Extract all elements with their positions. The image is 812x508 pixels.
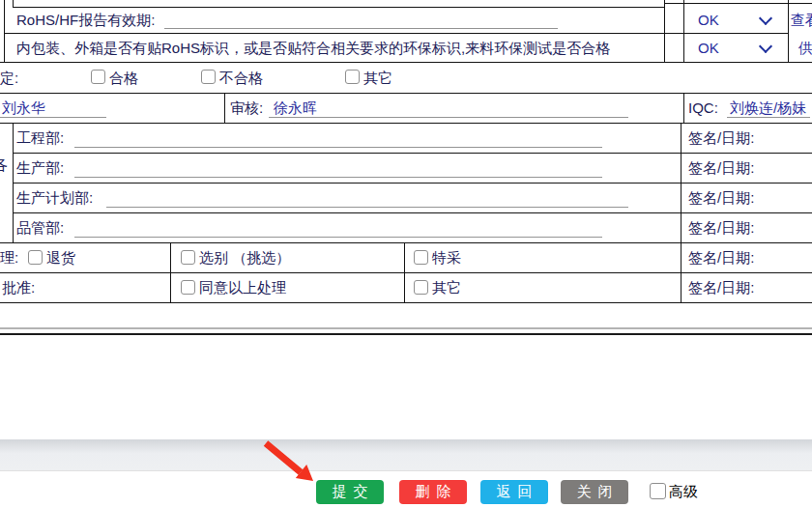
back-button[interactable]: 返回: [480, 480, 548, 504]
chevron-down-icon: [759, 12, 772, 25]
table-border: [0, 242, 812, 243]
checkbox-fail-label: 不合格: [219, 70, 263, 87]
checkbox-return[interactable]: [28, 250, 43, 265]
table-border: [664, 3, 812, 4]
left-clipped-char: 各: [0, 155, 8, 176]
table-border: [13, 183, 812, 183]
footer-toolbar-band: [0, 439, 812, 471]
checkbox-pass[interactable]: [91, 70, 105, 84]
dept-production-input[interactable]: [74, 177, 602, 178]
rohs-validity-input[interactable]: [164, 28, 558, 29]
sign-date-label: 签名/日期:: [688, 249, 754, 267]
checkbox-return-label: 退货: [46, 249, 75, 267]
dept-engineering-input[interactable]: [74, 147, 602, 148]
reviewer-input[interactable]: [269, 117, 628, 118]
iqc-names: 刘焕连/杨妹: [730, 99, 806, 117]
side-view-link[interactable]: 查看: [791, 12, 812, 29]
checkbox-sorting[interactable]: [181, 250, 195, 265]
packaging-status-dropdown[interactable]: OK: [683, 35, 788, 61]
table-border: [13, 0, 14, 7]
close-button[interactable]: 关闭: [561, 480, 628, 504]
advanced-checkbox-label: 高级: [669, 483, 698, 500]
sign-date-label: 签名/日期:: [688, 189, 754, 207]
packaging-question-label: 内包装、外箱是否有贴RoHS标识，或是否贴符合相关要求的环保标识,来料环保测试是…: [16, 40, 610, 57]
red-arrow-annotation: [258, 436, 320, 488]
close-button-label: 关闭: [577, 483, 620, 501]
judgement-label: 定:: [0, 70, 18, 87]
table-border: [0, 62, 812, 63]
dept-production-label: 生产部:: [16, 159, 64, 177]
dept-quality-label: 品管部:: [16, 219, 64, 237]
table-border: [4, 33, 788, 34]
dept-planning-input[interactable]: [106, 207, 628, 208]
checkbox-other-approval[interactable]: [414, 280, 428, 295]
checkbox-other-judgement-label: 其它: [363, 70, 392, 87]
packaging-status-value: OK: [698, 40, 719, 57]
table-border: [664, 0, 665, 62]
sign-date-label: 签名/日期:: [688, 159, 754, 177]
sign-date-label: 签名/日期:: [688, 219, 754, 237]
dept-quality-input[interactable]: [74, 237, 602, 238]
dept-planning-label: 生产计划部:: [16, 189, 93, 207]
advanced-checkbox[interactable]: [650, 483, 666, 499]
checkbox-other-approval-label: 其它: [432, 279, 461, 296]
table-border: [4, 0, 5, 62]
table-border: [681, 242, 682, 302]
checkbox-concession-label: 特采: [432, 249, 461, 267]
table-border: [13, 123, 14, 242]
table-border: [13, 212, 812, 213]
divider-black: [0, 333, 812, 335]
iqc-label: IQC:: [688, 99, 718, 117]
review-label: 审核:: [230, 99, 263, 117]
delete-button[interactable]: 删除: [399, 480, 467, 504]
delete-button-label: 删除: [416, 483, 458, 501]
table-border: [0, 123, 812, 124]
dept-engineering-label: 工程部:: [16, 129, 64, 147]
table-border: [681, 123, 682, 242]
table-border: [683, 93, 684, 123]
divider-gray: [0, 327, 812, 329]
sign-date-label: 签名/日期:: [688, 129, 754, 147]
checkbox-other-judgement[interactable]: [345, 70, 360, 84]
checkbox-sorting-label: 选别 （挑选）: [199, 249, 290, 267]
chevron-down-icon: [759, 40, 772, 53]
preparer-input[interactable]: [0, 117, 106, 118]
table-border: [404, 242, 405, 302]
checkbox-pass-label: 合格: [109, 70, 138, 87]
table-border: [0, 93, 812, 94]
reviewer-name: 徐永晖: [274, 99, 317, 117]
table-border: [224, 93, 225, 123]
side-view-link-line2: 供: [798, 40, 812, 57]
checkbox-fail[interactable]: [201, 70, 216, 84]
iqc-input[interactable]: [727, 117, 810, 118]
approval-label: 批准:: [2, 279, 35, 296]
checkbox-concession[interactable]: [414, 250, 428, 265]
back-button-label: 返回: [497, 483, 539, 501]
table-border: [170, 242, 171, 302]
table-border: [0, 302, 812, 303]
submit-button[interactable]: 提交: [316, 480, 384, 504]
checkbox-agree[interactable]: [181, 280, 195, 295]
table-border: [0, 272, 812, 273]
handling-label: 理:: [0, 249, 18, 267]
preparer-name: 刘永华: [2, 99, 45, 117]
submit-button-label: 提交: [333, 483, 375, 501]
checkbox-agree-label: 同意以上处理: [199, 279, 286, 296]
sign-date-label: 签名/日期:: [688, 279, 754, 296]
rohs-status-value: OK: [698, 12, 719, 29]
table-border: [13, 7, 664, 8]
table-border: [13, 153, 812, 154]
table-border: [788, 0, 789, 62]
iqc-report-page: RoHS/HF报告有效期: OK 内包装、外箱是否有贴RoHS标识，或是否贴符合…: [0, 0, 812, 508]
rohs-validity-label: RoHS/HF报告有效期:: [16, 12, 155, 29]
rohs-status-dropdown[interactable]: OK: [683, 7, 788, 33]
